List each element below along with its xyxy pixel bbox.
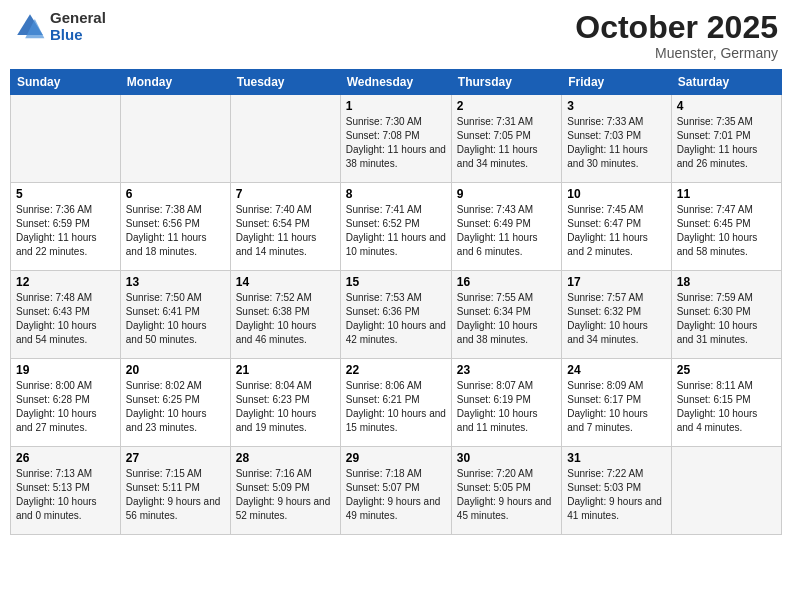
day-number: 15 — [346, 275, 446, 289]
day-info: Sunrise: 7:48 AM Sunset: 6:43 PM Dayligh… — [16, 291, 115, 347]
calendar-cell: 22Sunrise: 8:06 AM Sunset: 6:21 PM Dayli… — [340, 359, 451, 447]
day-info: Sunrise: 7:55 AM Sunset: 6:34 PM Dayligh… — [457, 291, 556, 347]
calendar-cell: 11Sunrise: 7:47 AM Sunset: 6:45 PM Dayli… — [671, 183, 781, 271]
weekday-row: SundayMondayTuesdayWednesdayThursdayFrid… — [11, 70, 782, 95]
day-number: 19 — [16, 363, 115, 377]
calendar-cell: 5Sunrise: 7:36 AM Sunset: 6:59 PM Daylig… — [11, 183, 121, 271]
calendar-cell: 24Sunrise: 8:09 AM Sunset: 6:17 PM Dayli… — [562, 359, 671, 447]
calendar-cell: 28Sunrise: 7:16 AM Sunset: 5:09 PM Dayli… — [230, 447, 340, 535]
day-number: 1 — [346, 99, 446, 113]
calendar-cell: 1Sunrise: 7:30 AM Sunset: 7:08 PM Daylig… — [340, 95, 451, 183]
day-info: Sunrise: 7:31 AM Sunset: 7:05 PM Dayligh… — [457, 115, 556, 171]
day-number: 23 — [457, 363, 556, 377]
calendar-cell: 27Sunrise: 7:15 AM Sunset: 5:11 PM Dayli… — [120, 447, 230, 535]
calendar-cell — [671, 447, 781, 535]
day-info: Sunrise: 7:16 AM Sunset: 5:09 PM Dayligh… — [236, 467, 335, 523]
calendar-cell: 18Sunrise: 7:59 AM Sunset: 6:30 PM Dayli… — [671, 271, 781, 359]
weekday-header: Sunday — [11, 70, 121, 95]
day-info: Sunrise: 7:50 AM Sunset: 6:41 PM Dayligh… — [126, 291, 225, 347]
day-number: 18 — [677, 275, 776, 289]
day-number: 7 — [236, 187, 335, 201]
day-number: 20 — [126, 363, 225, 377]
day-number: 6 — [126, 187, 225, 201]
day-info: Sunrise: 7:13 AM Sunset: 5:13 PM Dayligh… — [16, 467, 115, 523]
calendar-cell: 9Sunrise: 7:43 AM Sunset: 6:49 PM Daylig… — [451, 183, 561, 271]
day-info: Sunrise: 8:02 AM Sunset: 6:25 PM Dayligh… — [126, 379, 225, 435]
day-number: 10 — [567, 187, 665, 201]
calendar-cell: 15Sunrise: 7:53 AM Sunset: 6:36 PM Dayli… — [340, 271, 451, 359]
day-info: Sunrise: 8:07 AM Sunset: 6:19 PM Dayligh… — [457, 379, 556, 435]
day-info: Sunrise: 7:38 AM Sunset: 6:56 PM Dayligh… — [126, 203, 225, 259]
day-info: Sunrise: 7:18 AM Sunset: 5:07 PM Dayligh… — [346, 467, 446, 523]
calendar-cell: 31Sunrise: 7:22 AM Sunset: 5:03 PM Dayli… — [562, 447, 671, 535]
calendar-cell: 8Sunrise: 7:41 AM Sunset: 6:52 PM Daylig… — [340, 183, 451, 271]
day-info: Sunrise: 7:47 AM Sunset: 6:45 PM Dayligh… — [677, 203, 776, 259]
day-number: 3 — [567, 99, 665, 113]
day-info: Sunrise: 7:57 AM Sunset: 6:32 PM Dayligh… — [567, 291, 665, 347]
day-number: 8 — [346, 187, 446, 201]
calendar-cell — [120, 95, 230, 183]
calendar-cell: 23Sunrise: 8:07 AM Sunset: 6:19 PM Dayli… — [451, 359, 561, 447]
day-number: 25 — [677, 363, 776, 377]
day-info: Sunrise: 8:11 AM Sunset: 6:15 PM Dayligh… — [677, 379, 776, 435]
calendar-cell: 16Sunrise: 7:55 AM Sunset: 6:34 PM Dayli… — [451, 271, 561, 359]
logo-icon — [14, 11, 46, 43]
weekday-header: Friday — [562, 70, 671, 95]
calendar-cell: 12Sunrise: 7:48 AM Sunset: 6:43 PM Dayli… — [11, 271, 121, 359]
title-block: October 2025 Muenster, Germany — [575, 10, 778, 61]
logo-blue: Blue — [50, 27, 106, 44]
calendar-week-row: 26Sunrise: 7:13 AM Sunset: 5:13 PM Dayli… — [11, 447, 782, 535]
calendar-cell: 26Sunrise: 7:13 AM Sunset: 5:13 PM Dayli… — [11, 447, 121, 535]
calendar-cell: 21Sunrise: 8:04 AM Sunset: 6:23 PM Dayli… — [230, 359, 340, 447]
day-number: 22 — [346, 363, 446, 377]
day-info: Sunrise: 7:45 AM Sunset: 6:47 PM Dayligh… — [567, 203, 665, 259]
calendar-week-row: 19Sunrise: 8:00 AM Sunset: 6:28 PM Dayli… — [11, 359, 782, 447]
calendar-cell — [230, 95, 340, 183]
calendar-cell: 13Sunrise: 7:50 AM Sunset: 6:41 PM Dayli… — [120, 271, 230, 359]
calendar-cell: 17Sunrise: 7:57 AM Sunset: 6:32 PM Dayli… — [562, 271, 671, 359]
day-number: 4 — [677, 99, 776, 113]
day-info: Sunrise: 8:09 AM Sunset: 6:17 PM Dayligh… — [567, 379, 665, 435]
logo-text: General Blue — [50, 10, 106, 43]
calendar-cell: 29Sunrise: 7:18 AM Sunset: 5:07 PM Dayli… — [340, 447, 451, 535]
day-number: 16 — [457, 275, 556, 289]
calendar: SundayMondayTuesdayWednesdayThursdayFrid… — [10, 69, 782, 535]
day-info: Sunrise: 7:35 AM Sunset: 7:01 PM Dayligh… — [677, 115, 776, 171]
day-number: 30 — [457, 451, 556, 465]
day-info: Sunrise: 7:43 AM Sunset: 6:49 PM Dayligh… — [457, 203, 556, 259]
calendar-body: 1Sunrise: 7:30 AM Sunset: 7:08 PM Daylig… — [11, 95, 782, 535]
day-number: 9 — [457, 187, 556, 201]
day-info: Sunrise: 7:15 AM Sunset: 5:11 PM Dayligh… — [126, 467, 225, 523]
day-number: 12 — [16, 275, 115, 289]
calendar-cell: 14Sunrise: 7:52 AM Sunset: 6:38 PM Dayli… — [230, 271, 340, 359]
calendar-cell: 3Sunrise: 7:33 AM Sunset: 7:03 PM Daylig… — [562, 95, 671, 183]
day-number: 11 — [677, 187, 776, 201]
calendar-cell: 10Sunrise: 7:45 AM Sunset: 6:47 PM Dayli… — [562, 183, 671, 271]
day-info: Sunrise: 7:20 AM Sunset: 5:05 PM Dayligh… — [457, 467, 556, 523]
day-number: 31 — [567, 451, 665, 465]
logo-general: General — [50, 10, 106, 27]
day-info: Sunrise: 7:30 AM Sunset: 7:08 PM Dayligh… — [346, 115, 446, 171]
logo: General Blue — [14, 10, 106, 43]
day-number: 14 — [236, 275, 335, 289]
weekday-header: Tuesday — [230, 70, 340, 95]
day-number: 13 — [126, 275, 225, 289]
day-info: Sunrise: 7:40 AM Sunset: 6:54 PM Dayligh… — [236, 203, 335, 259]
day-number: 2 — [457, 99, 556, 113]
weekday-header: Saturday — [671, 70, 781, 95]
day-number: 29 — [346, 451, 446, 465]
day-info: Sunrise: 7:41 AM Sunset: 6:52 PM Dayligh… — [346, 203, 446, 259]
calendar-cell: 2Sunrise: 7:31 AM Sunset: 7:05 PM Daylig… — [451, 95, 561, 183]
day-info: Sunrise: 7:22 AM Sunset: 5:03 PM Dayligh… — [567, 467, 665, 523]
day-info: Sunrise: 7:52 AM Sunset: 6:38 PM Dayligh… — [236, 291, 335, 347]
calendar-cell — [11, 95, 121, 183]
page-header: General Blue October 2025 Muenster, Germ… — [10, 10, 782, 61]
weekday-header: Wednesday — [340, 70, 451, 95]
day-info: Sunrise: 8:06 AM Sunset: 6:21 PM Dayligh… — [346, 379, 446, 435]
day-info: Sunrise: 7:36 AM Sunset: 6:59 PM Dayligh… — [16, 203, 115, 259]
calendar-week-row: 12Sunrise: 7:48 AM Sunset: 6:43 PM Dayli… — [11, 271, 782, 359]
day-info: Sunrise: 8:04 AM Sunset: 6:23 PM Dayligh… — [236, 379, 335, 435]
location: Muenster, Germany — [575, 45, 778, 61]
calendar-cell: 30Sunrise: 7:20 AM Sunset: 5:05 PM Dayli… — [451, 447, 561, 535]
day-info: Sunrise: 8:00 AM Sunset: 6:28 PM Dayligh… — [16, 379, 115, 435]
